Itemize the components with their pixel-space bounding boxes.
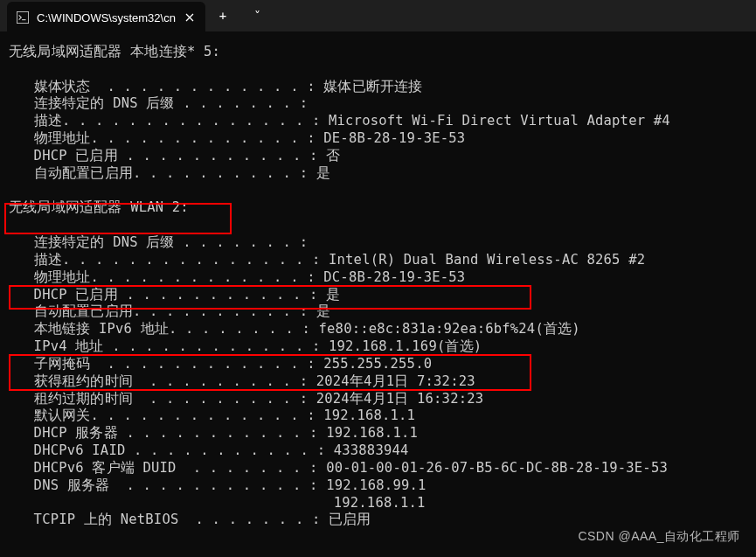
- terminal-line: DHCPv6 IAID . . . . . . . . . . . : 4338…: [9, 442, 747, 460]
- terminal-line: DHCP 已启用 . . . . . . . . . . . : 是: [9, 287, 747, 304]
- terminal-line: DNS 服务器 . . . . . . . . . . . : 192.168.…: [9, 477, 747, 495]
- terminal-line: 无线局域网适配器 WLAN 2:: [9, 199, 747, 217]
- terminal-line: 连接特定的 DNS 后缀 . . . . . . . :: [9, 234, 747, 252]
- new-tab-button[interactable]: +: [205, 2, 240, 30]
- terminal-line: DHCP 服务器 . . . . . . . . . . . : 192.168…: [9, 425, 747, 442]
- terminal-line: 媒体状态 . . . . . . . . . . . . : 媒体已断开连接: [9, 79, 747, 96]
- window-titlebar: C:\WINDOWS\system32\cn + ˅: [0, 0, 756, 31]
- watermark: CSDN @AAA_自动化工程师: [578, 529, 740, 545]
- terminal-line: 物理地址. . . . . . . . . . . . . : DC-8B-28…: [9, 269, 747, 287]
- close-tab-button[interactable]: [183, 10, 197, 24]
- terminal-line: 子网掩码 . . . . . . . . . . . . : 255.255.2…: [9, 356, 747, 373]
- terminal-line: 无线局域网适配器 本地连接* 5:: [9, 44, 747, 61]
- terminal-line: 连接特定的 DNS 后缀 . . . . . . . :: [9, 95, 747, 113]
- terminal-line: TCPIP 上的 NetBIOS . . . . . . . : 已启用: [9, 512, 747, 529]
- terminal-line: [9, 183, 747, 200]
- terminal-tab[interactable]: C:\WINDOWS\system32\cn: [7, 2, 205, 33]
- svg-rect-0: [17, 11, 28, 23]
- terminal-line: DHCPv6 客户端 DUID . . . . . . . : 00-01-00…: [9, 460, 747, 477]
- terminal-line: 自动配置已启用. . . . . . . . . . : 是: [9, 165, 747, 183]
- terminal-line: DHCP 已启用 . . . . . . . . . . . : 否: [9, 148, 747, 165]
- terminal-line: 描述. . . . . . . . . . . . . . . : Intel(…: [9, 252, 747, 269]
- terminal-line: IPv4 地址 . . . . . . . . . . . . : 192.16…: [9, 338, 747, 356]
- tab-dropdown-button[interactable]: ˅: [240, 2, 275, 30]
- terminal-line: 获得租约的时间 . . . . . . . . . : 2024年4月1日 7:…: [9, 373, 747, 391]
- terminal-line: 192.168.1.1: [9, 495, 747, 512]
- terminal-line: [9, 61, 747, 79]
- terminal-output[interactable]: 无线局域网适配器 本地连接* 5: 媒体状态 . . . . . . . . .…: [0, 31, 756, 538]
- terminal-line: 自动配置已启用. . . . . . . . . . : 是: [9, 303, 747, 321]
- tab-title: C:\WINDOWS\system32\cn: [37, 11, 176, 24]
- terminal-icon: [16, 10, 30, 24]
- terminal-line: 本地链接 IPv6 地址. . . . . . . . : fe80::e8c:…: [9, 321, 747, 338]
- terminal-line: 默认网关. . . . . . . . . . . . . : 192.168.…: [9, 407, 747, 425]
- terminal-line: [9, 217, 747, 234]
- terminal-line: 物理地址. . . . . . . . . . . . . : DE-8B-28…: [9, 130, 747, 148]
- terminal-line: 租约过期的时间 . . . . . . . . . : 2024年4月1日 16…: [9, 391, 747, 408]
- terminal-line: 描述. . . . . . . . . . . . . . . : Micros…: [9, 113, 747, 130]
